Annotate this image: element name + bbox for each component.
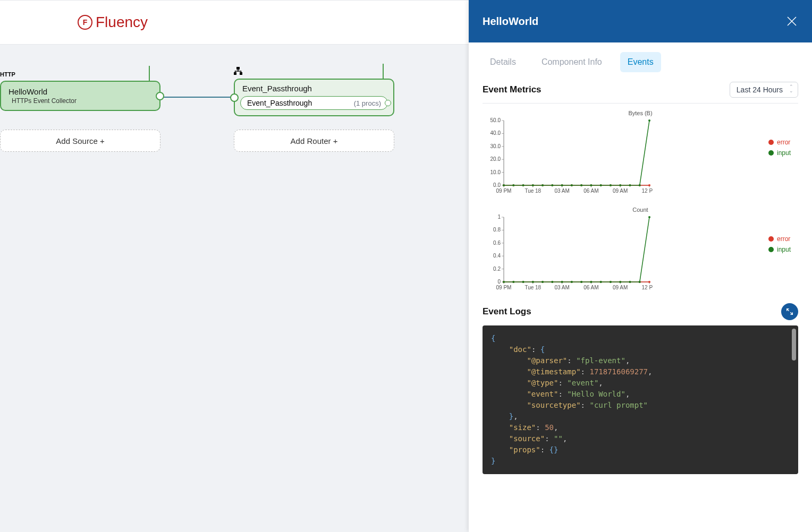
legend-item-input[interactable]: input [768, 246, 798, 253]
node-router[interactable]: Event_Passthrough Event_Passthrough (1 p… [234, 67, 394, 116]
logo[interactable]: F Fluency [78, 14, 148, 31]
svg-point-139 [542, 281, 544, 283]
time-range-dropdown[interactable]: Last 24 Hours ⌃⌄ [730, 82, 798, 98]
chart-title-1: Count [483, 207, 798, 213]
expand-logs-button[interactable] [781, 303, 798, 320]
chart-1: 00.20.40.60.8109 PMTue 1803 AM06 AM09 AM… [483, 214, 653, 294]
node-router-in-port[interactable] [230, 93, 239, 102]
node-source-title: HelloWorld [9, 87, 152, 96]
sitemap-icon [234, 67, 242, 75]
svg-point-71 [600, 184, 602, 186]
router-procs-label: (1 procs) [354, 99, 381, 107]
edge-source-router [160, 97, 234, 98]
tab-component-info[interactable]: Component Info [534, 52, 610, 72]
event-log-json[interactable]: { "doc": { "@parser": "fpl-event", "@tim… [483, 325, 798, 474]
node-source-subtitle: HTTPs Event Collector [12, 97, 152, 105]
node-router-title: Event_Passthrough [242, 84, 388, 93]
svg-point-134 [648, 281, 650, 283]
chart-0: 0.010.020.030.040.050.009 PMTue 1803 AM0… [483, 117, 653, 197]
svg-point-64 [532, 184, 534, 186]
svg-point-73 [619, 184, 621, 186]
logo-icon: F [78, 15, 92, 30]
svg-text:0.4: 0.4 [493, 253, 501, 259]
svg-point-68 [571, 184, 573, 186]
add-router-label: Add Router + [291, 136, 338, 145]
code-scrollbar[interactable] [792, 329, 796, 361]
router-proc-out-port[interactable] [385, 100, 391, 106]
close-icon[interactable] [785, 15, 798, 28]
svg-text:06 AM: 06 AM [583, 188, 598, 194]
chart-title-0: Bytes (B) [483, 110, 798, 116]
chart-legend-0: errorinput [768, 117, 798, 160]
svg-text:03 AM: 03 AM [554, 285, 569, 290]
svg-rect-1 [234, 72, 236, 75]
svg-point-61 [503, 184, 505, 186]
svg-text:50.0: 50.0 [490, 117, 501, 123]
svg-point-148 [629, 281, 631, 283]
svg-point-74 [629, 184, 631, 186]
svg-point-72 [610, 184, 612, 186]
legend-item-error[interactable]: error [768, 139, 798, 146]
node-router-proc[interactable]: Event_Passthrough (1 procs) [240, 96, 388, 110]
chevron-updown-icon: ⌃⌄ [789, 84, 793, 93]
tab-events[interactable]: Events [620, 52, 661, 72]
svg-point-141 [561, 281, 563, 283]
router-inner-label: Event_Passthrough [247, 99, 312, 107]
svg-text:10.0: 10.0 [490, 169, 501, 175]
node-router-tag [234, 67, 394, 75]
svg-point-69 [580, 184, 582, 186]
svg-point-76 [648, 119, 650, 122]
legend-item-input[interactable]: input [768, 149, 798, 157]
svg-point-75 [639, 184, 641, 186]
svg-point-67 [561, 184, 563, 186]
svg-text:06 AM: 06 AM [583, 285, 598, 290]
svg-text:0.8: 0.8 [493, 227, 501, 233]
svg-point-65 [542, 184, 544, 186]
svg-point-144 [590, 281, 592, 283]
event-metrics-title: Event Metrics [483, 84, 542, 95]
chart-wrap-0: Bytes (B) 0.010.020.030.040.050.009 PMTu… [483, 110, 798, 197]
svg-point-146 [610, 281, 612, 283]
add-router-button[interactable]: Add Router + [234, 130, 394, 152]
svg-text:40.0: 40.0 [490, 130, 501, 136]
add-source-label: Add Source + [56, 136, 104, 145]
svg-text:0.6: 0.6 [493, 240, 501, 246]
svg-text:Tue 18: Tue 18 [525, 285, 541, 290]
svg-point-143 [580, 281, 582, 283]
node-source-out-port[interactable] [156, 92, 164, 100]
svg-text:12 PM: 12 PM [642, 285, 653, 290]
svg-point-136 [512, 281, 514, 283]
svg-text:Tue 18: Tue 18 [525, 188, 541, 194]
expand-icon [785, 307, 794, 316]
svg-point-138 [532, 281, 534, 283]
svg-text:30.0: 30.0 [490, 143, 501, 149]
node-source[interactable]: HTTP HelloWorld HTTPs Event Collector [0, 71, 160, 111]
svg-point-149 [639, 281, 641, 283]
svg-point-66 [551, 184, 553, 186]
svg-text:20.0: 20.0 [490, 156, 501, 162]
panel-tabs: Details Component Info Events [469, 42, 812, 72]
svg-rect-2 [240, 72, 242, 75]
add-source-button[interactable]: Add Source + [0, 130, 160, 152]
svg-rect-0 [236, 67, 240, 70]
svg-point-137 [522, 281, 525, 283]
chart-legend-1: errorinput [768, 214, 798, 256]
chart-wrap-1: Count 00.20.40.60.8109 PMTue 1803 AM06 A… [483, 207, 798, 294]
tab-details[interactable]: Details [483, 52, 523, 72]
svg-point-63 [522, 184, 525, 186]
svg-point-70 [590, 184, 592, 186]
svg-point-147 [619, 281, 621, 283]
svg-text:0.2: 0.2 [493, 266, 501, 272]
brand-text: Fluency [96, 14, 148, 31]
svg-point-150 [648, 216, 650, 218]
svg-text:0: 0 [497, 279, 501, 285]
legend-item-error[interactable]: error [768, 235, 798, 243]
svg-point-142 [571, 281, 573, 283]
svg-point-145 [600, 281, 602, 283]
event-logs-title: Event Logs [483, 306, 531, 317]
svg-text:09 AM: 09 AM [613, 285, 628, 290]
svg-text:1: 1 [497, 214, 501, 220]
svg-point-62 [512, 184, 514, 186]
panel-title: HelloWorld [483, 15, 538, 28]
svg-text:0.0: 0.0 [493, 182, 501, 188]
